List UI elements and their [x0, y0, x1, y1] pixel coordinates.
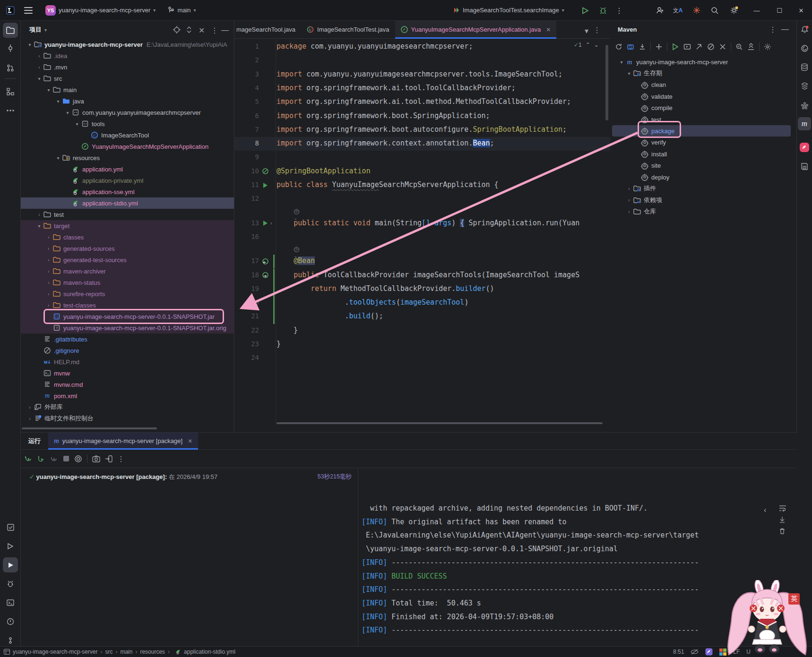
tree-item-yuanyu-image-search-mcp-server-0.0.1-snapshot.jar.orig[interactable]: ?yuanyu-image-search-mcp-server-0.0.1-SN…: [21, 322, 234, 333]
tree-chevron-icon[interactable]: ›: [45, 257, 52, 263]
code-line-5[interactable]: 5import org.springframework.ai.tool.meth…: [234, 95, 610, 109]
code-line-19[interactable]: 19 return MethodToolCallbackProvider.bui…: [234, 282, 610, 296]
tree-item-test-classes[interactable]: ›test-classes: [21, 299, 234, 311]
settings-gear-icon[interactable]: [727, 4, 741, 17]
prev-problem-icon[interactable]: ⌃: [586, 42, 590, 48]
tree-chevron-icon[interactable]: ▾: [54, 155, 62, 161]
database-icon[interactable]: [798, 60, 811, 74]
tree-item-yuanyu-image-search-mcp-server[interactable]: ▾yuanyu-image-search-mcp-serverE:\JavaLe…: [21, 39, 234, 50]
main-menu-icon[interactable]: [22, 4, 35, 17]
tree-item-mvnw.cmd[interactable]: mvnw.cmd: [21, 379, 234, 390]
tree-item-application-sse.yml[interactable]: application-sse.yml: [21, 186, 234, 197]
maximize-button[interactable]: ☐: [769, 0, 790, 21]
editor-vscrollbar[interactable]: [605, 45, 608, 120]
breadcrumb-item[interactable]: src: [105, 648, 112, 655]
code-line-13[interactable]: 13› public static void main(String[] arg…: [234, 217, 610, 230]
project-hscrollbar[interactable]: [22, 427, 233, 430]
code-line-17[interactable]: 17 @Bean: [234, 255, 610, 268]
run-tool-icon[interactable]: [3, 557, 18, 572]
fold-icon[interactable]: ›: [270, 220, 272, 226]
analyze-dependencies-icon[interactable]: [735, 43, 743, 51]
maven-item-clean[interactable]: clean: [612, 79, 791, 91]
code-line-12[interactable]: 12: [234, 192, 610, 206]
tree-item-resources[interactable]: ▾resources: [21, 152, 234, 163]
terminal-tool-icon[interactable]: [3, 595, 18, 610]
tree-chevron-icon[interactable]: ›: [625, 186, 633, 191]
maven-item-[interactable]: ›插件: [612, 183, 791, 194]
execute-goal-icon[interactable]: [672, 43, 679, 51]
toggle-offline-icon[interactable]: [707, 43, 715, 51]
tree-item-surefire-reports[interactable]: ›surefire-reports: [21, 288, 234, 299]
code-line-3[interactable]: 3import com.yuanyu.yuanyuimagesearchmcps…: [234, 68, 610, 82]
tree-item-main[interactable]: ▾main: [21, 84, 234, 95]
collapse-console-icon[interactable]: ‹: [764, 506, 766, 514]
code-line-11[interactable]: 11public class YuanyuImageSearchMcpServe…: [234, 179, 610, 192]
translate-icon[interactable]: 文A: [671, 4, 684, 17]
hidden-tabs-icon[interactable]: ▾: [585, 26, 588, 35]
tree-item-.idea[interactable]: ›.idea: [21, 50, 234, 61]
problems-tool-icon[interactable]: [3, 614, 18, 629]
build-tool-icon[interactable]: [3, 538, 18, 554]
tree-item-.gitattributes[interactable]: .gitattributes: [21, 333, 234, 345]
spring-icon[interactable]: [798, 99, 811, 112]
rerun-failed-icon[interactable]: [37, 455, 45, 463]
maven-item-install[interactable]: install: [612, 148, 791, 160]
run-split-divider[interactable]: [358, 468, 358, 647]
run-tab[interactable]: m yuanyu-image-search-mcp-server [packag…: [48, 433, 198, 449]
maven-item-validate[interactable]: validate: [612, 91, 791, 102]
code-inlay-row[interactable]: ⌄: [234, 206, 610, 217]
inspection-widget[interactable]: ✓1 ⌃ ⌄: [574, 42, 599, 48]
skip-tests-icon[interactable]: [695, 43, 703, 51]
tree-chevron-icon[interactable]: ›: [35, 53, 43, 59]
project-widget[interactable]: YS yuanyu-image-search-mcp-server ▾: [45, 5, 155, 16]
tree-item-application.yml[interactable]: application.yml: [21, 163, 234, 175]
beanout-gutter-icon[interactable]: [261, 271, 269, 280]
tree-item-tools[interactable]: ▾tools: [21, 118, 234, 129]
tree-item-src[interactable]: ▾src: [21, 73, 234, 84]
run-config-icon[interactable]: [683, 43, 691, 51]
maven-item-package[interactable]: package: [612, 125, 791, 137]
code-line-16[interactable]: 16: [234, 230, 610, 244]
breadcrumb-item[interactable]: application-stdio.yml: [184, 648, 235, 655]
debug-button[interactable]: [596, 4, 610, 17]
code-line-20[interactable]: 20 .toolObjects(imageSearchTool): [234, 296, 610, 310]
tree-item-imagesearchtool[interactable]: CImageSearchTool: [21, 129, 234, 141]
code-line-2[interactable]: 2: [234, 54, 610, 68]
tree-item-yuanyuimagesearchmcpserverapplication[interactable]: YuanyuImageSearchMcpServerApplication: [21, 141, 234, 152]
debug-tool-icon[interactable]: [3, 576, 18, 591]
breadcrumb-item[interactable]: main: [120, 648, 132, 655]
expand-all-icon[interactable]: [747, 43, 755, 51]
project-tool-icon[interactable]: [3, 23, 18, 38]
structure-tool-icon[interactable]: [3, 84, 18, 99]
tree-item-test[interactable]: ›test: [21, 209, 234, 220]
tree-chevron-icon[interactable]: ▾: [35, 76, 43, 81]
profiler-icon[interactable]: [798, 141, 811, 154]
tree-item-.mvn[interactable]: ›.mvn: [21, 61, 234, 73]
tree-chevron-icon[interactable]: ›: [45, 246, 52, 251]
more-actions-icon[interactable]: ⋮: [613, 4, 626, 17]
code-line-23[interactable]: 23}: [234, 338, 610, 351]
tree-chevron-icon[interactable]: ▾: [45, 87, 52, 93]
breadcrumb-item[interactable]: resources: [140, 648, 165, 655]
tab-imagesearchtool[interactable]: mageSearchTool.java: [234, 21, 301, 38]
screenshot-icon[interactable]: [92, 455, 100, 462]
maven-item-[interactable]: ▾生存期: [612, 68, 791, 79]
more-tools-icon[interactable]: [3, 103, 18, 118]
export-icon[interactable]: [105, 455, 112, 462]
next-problem-icon[interactable]: ⌄: [594, 42, 599, 48]
code-with-me-icon[interactable]: [653, 4, 666, 17]
tree-chevron-icon[interactable]: ▾: [618, 60, 625, 65]
tree-item-[interactable]: ›外部库: [21, 401, 234, 413]
code-line-18[interactable]: 18 public ToolCallbackProvider imageSear…: [234, 269, 610, 282]
run-more-icon[interactable]: ⋮: [117, 454, 125, 463]
tree-chevron-icon[interactable]: ▾: [73, 121, 81, 127]
tree-item-application-private.yml[interactable]: application-private.yml: [21, 175, 234, 186]
tree-chevron-icon[interactable]: ›: [45, 303, 52, 308]
soft-wrap-icon[interactable]: [779, 505, 786, 512]
collapse-all-icon[interactable]: ✕: [199, 26, 205, 35]
plugin-star-icon[interactable]: ✳: [690, 4, 703, 17]
maven-item-test[interactable]: test: [612, 114, 791, 125]
bean-gutter-icon[interactable]: [261, 167, 269, 176]
editor-hscrollbar[interactable]: [276, 422, 607, 425]
pull-requests-tool-icon[interactable]: [3, 60, 18, 76]
